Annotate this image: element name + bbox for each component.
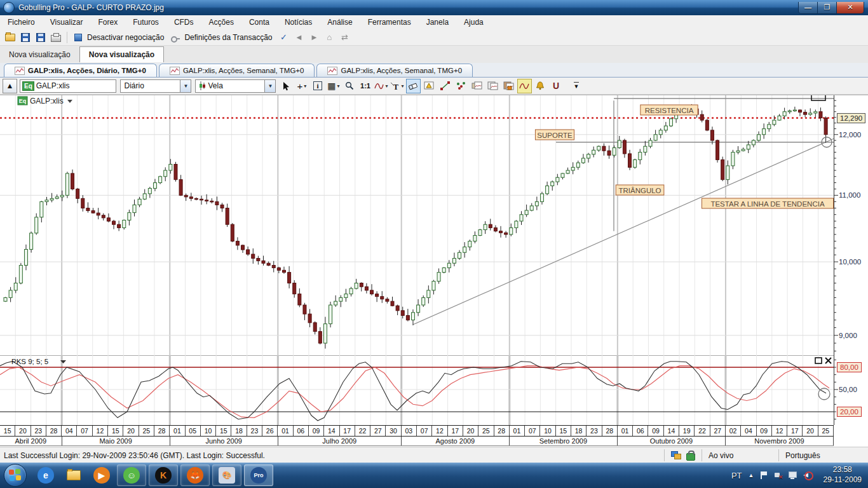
candle[interactable] (551, 180, 554, 191)
chart-annotation[interactable]: TESTAR A LINHA DE TENDENCIA (702, 198, 833, 208)
measure-tool[interactable] (438, 79, 452, 93)
candle[interactable] (257, 256, 260, 265)
candle[interactable] (747, 141, 750, 153)
candle[interactable] (520, 211, 523, 225)
chart-annotation[interactable]: TRIÂNGULO (616, 185, 664, 195)
candle[interactable] (721, 157, 724, 182)
candle[interactable] (422, 295, 425, 307)
menu-conta[interactable]: Conta (241, 16, 277, 29)
candle[interactable] (581, 154, 585, 164)
candle[interactable] (123, 220, 126, 230)
chart-legend[interactable]: EqGALP:xlis (18, 97, 72, 105)
candle[interactable] (344, 289, 348, 302)
menu-ajuda[interactable]: Ajuda (456, 16, 491, 29)
power-status-icon[interactable] (773, 471, 782, 479)
network-tray-icon[interactable] (788, 471, 797, 479)
close-button[interactable]: ✕ (837, 2, 864, 13)
taskbar-paint[interactable]: 🎨 (212, 464, 241, 486)
period-select[interactable]: Diário ▼ (120, 79, 191, 93)
candle[interactable] (365, 283, 368, 294)
candle[interactable] (303, 303, 306, 320)
candle[interactable] (561, 173, 564, 179)
save-image-tool[interactable] (501, 79, 516, 93)
candle[interactable] (597, 146, 600, 152)
candle[interactable] (200, 196, 203, 205)
candle[interactable] (798, 109, 801, 116)
candle[interactable] (505, 231, 508, 238)
candle[interactable] (700, 111, 703, 123)
candle[interactable] (556, 174, 559, 186)
collapse-panel-button[interactable]: ▲ (3, 79, 17, 93)
candle[interactable] (210, 198, 214, 203)
price-chart[interactable]: RESISTENCIASUPORTETRIÂNGULOTESTAR A LINH… (0, 95, 834, 355)
candle[interactable] (607, 146, 611, 159)
candle[interactable] (525, 205, 528, 217)
candle[interactable] (473, 231, 477, 243)
chart-annotation[interactable]: RESISTENCIA (641, 105, 698, 115)
refresh-button[interactable]: ⇄ (337, 30, 351, 44)
print-button[interactable] (49, 30, 63, 44)
candle[interactable] (628, 150, 632, 170)
candle[interactable] (376, 291, 379, 302)
candle[interactable] (226, 204, 229, 227)
candle[interactable] (778, 114, 781, 120)
candle[interactable] (484, 221, 487, 234)
pattern-tool[interactable] (454, 79, 468, 93)
candle[interactable] (716, 140, 719, 163)
candle[interactable] (571, 162, 574, 174)
candle[interactable] (742, 147, 745, 151)
home-button[interactable]: ⌂ (322, 30, 336, 44)
candle[interactable] (478, 229, 482, 236)
disable-trading-button[interactable] (71, 30, 85, 44)
candle[interactable] (174, 162, 177, 182)
candle[interactable] (71, 170, 74, 191)
candle[interactable] (515, 220, 518, 233)
candle[interactable] (334, 295, 337, 307)
zoom-tool[interactable] (342, 79, 356, 93)
candle[interactable] (381, 291, 384, 303)
candle[interactable] (437, 268, 440, 283)
candle[interactable] (236, 237, 239, 250)
show-hidden-icons[interactable]: ▲ (749, 472, 754, 478)
candle[interactable] (298, 288, 301, 308)
language-panel[interactable]: Português (778, 449, 868, 461)
candle[interactable] (318, 327, 322, 344)
symbol-field[interactable]: Eq GALP:xlis (20, 79, 116, 93)
menu-futuros[interactable]: Futuros (125, 16, 166, 29)
candle[interactable] (649, 138, 652, 148)
candle[interactable] (468, 240, 471, 250)
taskbar-clock[interactable]: 23:58 29-11-2009 (820, 465, 862, 485)
back-button[interactable]: ◄ (292, 30, 306, 44)
menu-janela[interactable]: Janela (419, 16, 456, 29)
candle[interactable] (272, 261, 275, 273)
candle[interactable] (602, 144, 606, 156)
candle[interactable] (566, 168, 569, 174)
transaction-settings-label[interactable]: Definições da Transacção (184, 33, 272, 42)
eraser-tool[interactable] (406, 79, 421, 93)
candle[interactable] (814, 109, 817, 118)
candle[interactable] (313, 322, 316, 335)
candle[interactable] (189, 193, 193, 201)
candle[interactable] (164, 167, 167, 181)
text-tool[interactable]: T▾ (390, 79, 404, 93)
disable-trading-label[interactable]: Desactivar negociação (87, 33, 164, 42)
minimize-button[interactable]: — (799, 2, 818, 13)
candle[interactable] (349, 287, 353, 297)
candle[interactable] (406, 309, 409, 322)
candle[interactable] (458, 250, 461, 260)
candle[interactable] (9, 287, 12, 302)
menu-cfds[interactable]: CFDs (166, 16, 201, 29)
menu-forex[interactable]: Forex (91, 16, 126, 29)
menu-ficheiro[interactable]: Ficheiro (0, 16, 43, 29)
candle[interactable] (19, 263, 22, 285)
candle[interactable] (76, 188, 79, 203)
candle[interactable] (81, 195, 85, 212)
taskbar-firefox[interactable]: 🦊 (180, 464, 210, 486)
chart-annotation[interactable]: SUPORTE (535, 130, 574, 140)
taskbar-explorer[interactable] (61, 465, 86, 485)
candle[interactable] (731, 150, 735, 169)
candle[interactable] (736, 146, 740, 154)
candle[interactable] (133, 200, 136, 217)
candle[interactable] (153, 179, 156, 191)
open-button[interactable] (3, 30, 17, 44)
